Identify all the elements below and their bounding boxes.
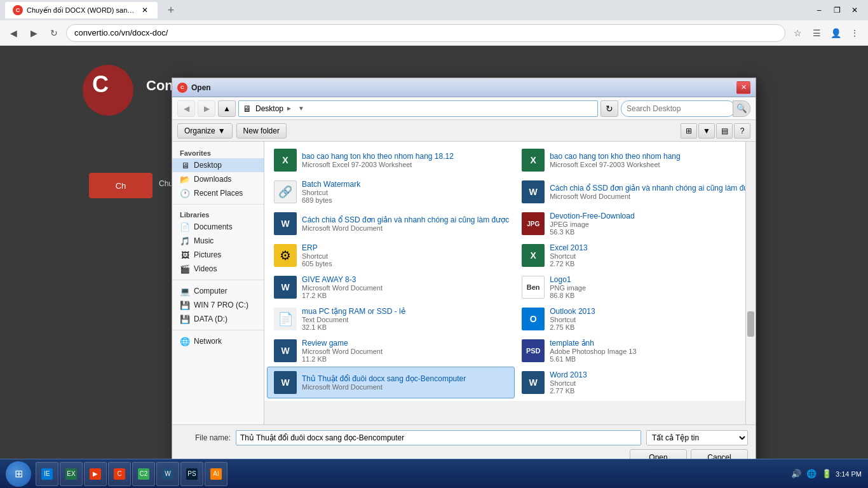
desktop-icon: 🖥	[243, 104, 253, 114]
taskbar-item-icon: ▶	[90, 468, 101, 480]
sidebar-item-videos[interactable]: 🎬 Videos	[172, 262, 264, 276]
taskbar-item[interactable]: IE	[36, 462, 58, 486]
view-dropdown-button[interactable]: ▼	[698, 123, 715, 139]
file-size-13: 5.61 MB	[550, 355, 756, 363]
sidebar-item-computer[interactable]: 💻 Computer	[172, 284, 264, 298]
close-button[interactable]: ✕	[846, 2, 863, 18]
sidebar-videos-label: Videos	[194, 264, 217, 273]
dialog-win-controls: ✕	[736, 81, 750, 94]
file-item[interactable]: W Review game Microsoft Word Document 11…	[267, 335, 515, 367]
sidebar-item-d-drive[interactable]: 💾 DATA (D:)	[172, 312, 264, 326]
taskbar-item-icon: C2	[138, 468, 149, 480]
sidebar-item-pictures[interactable]: 🖼 Pictures	[172, 248, 264, 262]
tray-icon-3[interactable]: 🔋	[820, 468, 833, 480]
path-dropdown-button[interactable]: ▼	[295, 105, 308, 112]
taskbar-item-icon: IE	[41, 468, 53, 480]
file-item[interactable]: PSD template ảnh Adobe Photoshop Image 1…	[515, 335, 756, 367]
active-tab[interactable]: C Chuyển đổi DOCX (WORD) sang ... ✕	[5, 2, 158, 18]
sidebar-item-c-drive[interactable]: 💾 WIN 7 PRO (C:)	[172, 298, 264, 312]
tab-close-btn[interactable]: ✕	[140, 5, 150, 15]
preview-pane-button[interactable]: ▤	[716, 123, 733, 139]
taskbar-item[interactable]: C2	[132, 462, 155, 486]
file-name-1: bao cao hang ton kho theo nhom hang	[550, 152, 756, 161]
reload-button[interactable]: ↻	[46, 25, 62, 41]
file-icon-0: X	[273, 147, 298, 173]
dialog-forward-button[interactable]: ▶	[198, 100, 215, 117]
file-icon-1: X	[520, 147, 546, 173]
taskbar-item[interactable]: ▶	[84, 462, 107, 486]
start-button[interactable]: ⊞	[1, 461, 36, 487]
dialog-up-button[interactable]: ▲	[218, 100, 236, 117]
file-info-8: GIVE AWAY 8-3 Microsoft Word Document 17…	[302, 275, 509, 299]
filetype-dropdown[interactable]: Tất cả Tệp tin	[646, 430, 748, 445]
file-item[interactable]: ⚙ ERP Shortcut 605 bytes	[267, 240, 515, 271]
file-item[interactable]: W Word 2013 Shortcut 2.77 KB	[515, 367, 756, 398]
file-item[interactable]: W GIVE AWAY 8-3 Microsoft Word Document …	[267, 271, 515, 303]
file-item[interactable]: X bao cao hang ton kho theo nhom hang Mi…	[515, 144, 756, 176]
dialog-back-button[interactable]: ◀	[177, 100, 195, 117]
profile-icon[interactable]: 👤	[827, 25, 844, 41]
file-name-15: Word 2013	[550, 370, 756, 379]
view-buttons: ⊞ ▼ ▤ ?	[681, 123, 750, 139]
sidebar-item-music[interactable]: 🎵 Music	[172, 234, 264, 248]
tray-icon-1[interactable]: 🔊	[790, 468, 803, 480]
file-item[interactable]: 📄 mua PC tặng RAM or SSD - lẻ Text Docum…	[267, 303, 515, 335]
file-item[interactable]: O Outlook 2013 Shortcut 2.75 KB	[515, 303, 756, 335]
forward-button[interactable]: ▶	[25, 25, 42, 41]
back-button[interactable]: ◀	[5, 25, 22, 41]
scrollbar-thumb[interactable]	[747, 311, 754, 337]
file-icon-3: W	[520, 179, 546, 205]
sidebar-c-drive-label: WIN 7 PRO (C:)	[194, 301, 248, 309]
maximize-button[interactable]: ❐	[829, 2, 845, 18]
file-item[interactable]: W Cách chia ổ SSD đơn giản và nhanh chón…	[267, 208, 515, 240]
file-icon-13: PSD	[520, 338, 546, 363]
taskbar-item[interactable]: EX	[60, 462, 83, 486]
file-item[interactable]: 🔗 Batch Watermark Shortcut 689 bytes	[267, 176, 515, 208]
organize-button[interactable]: Organize ▼	[177, 123, 233, 139]
file-icon-9: Ben	[520, 274, 546, 300]
file-type-2: Shortcut	[302, 189, 509, 196]
dialog-refresh-button[interactable]: ↻	[600, 100, 618, 117]
sidebar-item-desktop[interactable]: 🖥 Desktop	[172, 158, 264, 172]
star-icon[interactable]: ☆	[789, 25, 806, 41]
sidebar-computer-label: Computer	[194, 287, 227, 295]
tray-icon-2[interactable]: 🌐	[805, 468, 818, 480]
file-type-5: JPEG image	[550, 220, 756, 228]
taskbar-item[interactable]: AI	[205, 462, 227, 486]
taskbar-item[interactable]: W	[156, 462, 179, 486]
dialog-sidebar: Favorites 🖥 Desktop 📂 Downloads 🕐 Recent…	[172, 142, 264, 424]
file-item[interactable]: X Excel 2013 Shortcut 2.72 KB	[515, 240, 756, 271]
file-info-6: ERP Shortcut 605 bytes	[302, 243, 509, 268]
search-button[interactable]: 🔍	[733, 100, 750, 117]
file-item[interactable]: JPG Devotion-Free-Download JPEG image 56…	[515, 208, 756, 240]
new-tab-button[interactable]: +	[163, 2, 179, 18]
settings-icon[interactable]: ⋮	[846, 25, 863, 41]
help-button[interactable]: ?	[734, 123, 750, 139]
new-folder-button[interactable]: New folder	[236, 123, 287, 139]
scrollbar-track[interactable]	[745, 142, 756, 424]
file-item[interactable]: X bao cao hang ton kho theo nhom hang 18…	[267, 144, 515, 176]
d-drive-icon: 💾	[180, 314, 190, 324]
sidebar-divider-2	[172, 280, 264, 280]
minimize-button[interactable]: –	[811, 2, 827, 18]
file-item[interactable]: Ben Logo1 PNG image 86.8 KB	[515, 271, 756, 303]
sidebar-item-documents[interactable]: 📄 Documents	[172, 220, 264, 234]
menu-icon[interactable]: ☰	[808, 25, 825, 41]
taskbar-item-icon: AI	[210, 468, 222, 480]
file-item[interactable]: W Thủ Thuật đổi đuôi docx sang đọc-Benco…	[267, 367, 515, 398]
system-time[interactable]: 3:14 PM	[836, 470, 862, 478]
search-input[interactable]	[621, 100, 735, 117]
taskbar-item[interactable]: PS	[180, 462, 203, 486]
taskbar-item[interactable]: C	[108, 462, 131, 486]
filename-input[interactable]	[236, 430, 641, 445]
address-bar[interactable]	[66, 24, 785, 42]
dialog-close-button[interactable]: ✕	[736, 81, 750, 94]
sidebar-item-downloads[interactable]: 📂 Downloads	[172, 172, 264, 186]
file-name-11: Outlook 2013	[550, 307, 756, 316]
sidebar-item-recent-places[interactable]: 🕐 Recent Places	[172, 186, 264, 200]
file-info-14: Thủ Thuật đổi đuôi docx sang đọc-Bencomp…	[302, 374, 509, 391]
file-item[interactable]: W Cách chia ổ SSD đơn giản và nhanh chón…	[515, 176, 756, 208]
file-type-10: Text Document	[302, 316, 509, 323]
sidebar-item-network[interactable]: 🌐 Network	[172, 334, 264, 348]
view-toggle-button[interactable]: ⊞	[681, 123, 697, 139]
